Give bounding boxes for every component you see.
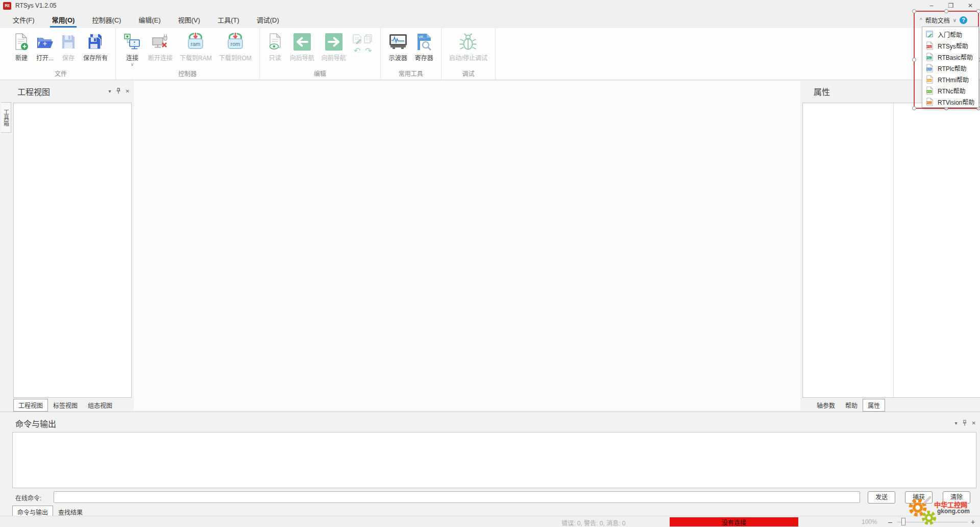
register-button[interactable]: VR... 寄存器 — [411, 31, 437, 62]
zoom-in-button[interactable]: + — [971, 518, 975, 526]
chevron-down-icon[interactable]: ∨ — [953, 17, 957, 23]
arrow-left-icon — [293, 31, 311, 53]
collapse-ribbon-icon[interactable]: ^ — [920, 17, 922, 23]
output-console-area[interactable] — [12, 432, 976, 488]
start-stop-debug-button[interactable]: 启动/停止调试 — [446, 31, 491, 62]
close-icon[interactable]: ✕ — [126, 89, 130, 94]
redo-icon[interactable]: ↷ — [365, 47, 372, 55]
menu-item-rtplc-help[interactable]: RTPlc RTPlc帮助 — [922, 62, 978, 74]
annotation-handle[interactable] — [912, 106, 916, 110]
tab-controller[interactable]: 控制器(C) — [83, 11, 130, 28]
annotation-handle[interactable] — [944, 9, 948, 13]
property-grid-area[interactable] — [802, 103, 980, 398]
menu-item-rtvision-help[interactable]: RTVision RTVision帮助 — [922, 96, 978, 107]
output-panel-header: 命令与输出 ▾ ✕ — [15, 417, 976, 429]
app-window: Rt RTSys V1.2.05 – ❐ ✕ 文件(F) 常用(O) 控制器(C… — [0, 0, 980, 527]
ribbon-group-file: 新建 打开... — [6, 28, 116, 80]
disconnect-button[interactable]: 断开连接 — [144, 31, 176, 62]
tab-config-view[interactable]: 组态视图 — [83, 399, 117, 412]
undo-icon[interactable]: ↶ — [354, 47, 360, 55]
copy-script-icon[interactable] — [363, 34, 373, 45]
download-ram-button[interactable]: ram 下载到RAM — [176, 31, 215, 62]
menu-item-rtnc-help[interactable]: RTNc RTNc帮助 — [922, 85, 978, 96]
online-command-row: 在线命令: 发送 捕获 清除 — [0, 491, 980, 504]
save-icon — [61, 31, 76, 53]
annotation-handle[interactable] — [976, 9, 980, 13]
tab-view[interactable]: 视图(V) — [169, 11, 209, 28]
send-button[interactable]: 发送 — [868, 491, 895, 504]
sidebar-tab-toolbox[interactable]: 工具箱 — [1, 102, 11, 133]
new-button[interactable]: 新建 — [10, 31, 33, 62]
tab-tools[interactable]: 工具(T) — [209, 11, 248, 28]
menu-item-rtbasic-help[interactable]: RTBasic RTBasic帮助 — [922, 51, 978, 62]
rthmi-doc-icon: RTHmi — [926, 75, 934, 84]
zoom-slider-thumb[interactable] — [901, 518, 905, 525]
help-docs-header: ^ 帮助文档 ∨ ? — [920, 14, 977, 26]
rtvision-doc-icon: RTVision — [926, 98, 934, 106]
workspace: 工具箱 工程视图 ▾ ✕ 工程视图 标签视图 组态视图 属性 轴参数 — [0, 80, 980, 412]
editor-canvas[interactable] — [134, 81, 800, 411]
svg-text:RTBasic: RTBasic — [926, 57, 932, 59]
tab-properties[interactable]: 属性 — [863, 399, 885, 412]
tab-file[interactable]: 文件(F) — [4, 11, 43, 28]
annotation-handle[interactable] — [912, 9, 916, 13]
tab-edit[interactable]: 编辑(E) — [130, 11, 169, 28]
readonly-icon — [267, 31, 283, 53]
restore-button[interactable]: ❐ — [941, 0, 961, 11]
close-icon[interactable]: ✕ — [972, 421, 976, 426]
window-controls: – ❐ ✕ — [922, 0, 980, 11]
project-panel-header: 工程视图 ▾ ✕ — [12, 82, 133, 101]
save-all-icon — [86, 31, 105, 53]
tab-label-view[interactable]: 标签视图 — [48, 399, 83, 412]
zoom-out-button[interactable]: – — [888, 518, 892, 526]
output-panel-title: 命令与输出 — [15, 417, 56, 429]
project-panel-tabs: 工程视图 标签视图 组态视图 — [13, 399, 117, 412]
menu-item-getting-started-help[interactable]: 入门帮助 — [922, 29, 978, 40]
download-rom-button[interactable]: rom 下载到ROM — [215, 31, 255, 62]
connect-dropdown-chevron[interactable]: ∨ — [131, 62, 134, 66]
status-bar: 错误: 0, 警告: 0, 消息: 0 没有连接 100% – + — [0, 516, 980, 527]
menu-item-rtsys-help[interactable]: RTSys RTSys帮助 — [922, 40, 978, 51]
app-logo-icon: Rt — [3, 2, 11, 10]
edit-script-icon[interactable] — [352, 34, 362, 45]
clear-button[interactable]: 清除 — [943, 491, 970, 504]
zoom-level: 100% — [862, 518, 877, 525]
tab-common[interactable]: 常用(O) — [43, 11, 84, 28]
panel-menu-dropdown-icon[interactable]: ▾ — [109, 89, 111, 94]
tab-debug[interactable]: 调试(D) — [248, 11, 288, 28]
property-panel-divider — [893, 103, 894, 397]
svg-text:RTVision: RTVision — [926, 102, 932, 104]
pin-icon[interactable] — [962, 420, 967, 427]
connection-status-badge: 没有连接 — [670, 517, 798, 526]
oscilloscope-button[interactable]: 示波器 — [385, 31, 411, 62]
navigate-forward-button[interactable]: 向前导航 — [318, 31, 350, 62]
menu-item-rthmi-help[interactable]: RTHmi RTHmi帮助 — [922, 74, 978, 85]
panel-menu-dropdown-icon[interactable]: ▾ — [955, 421, 958, 426]
save-button[interactable]: 保存 — [57, 31, 80, 62]
minimize-button[interactable]: – — [922, 0, 941, 11]
tab-help[interactable]: 帮助 — [840, 399, 863, 412]
output-panel: 命令与输出 ▾ ✕ 在线命令: 发送 捕获 清除 命令与输出 查找结果 — [0, 412, 980, 516]
pin-icon[interactable] — [116, 88, 121, 95]
help-question-icon[interactable]: ? — [960, 16, 967, 24]
online-command-label: 在线命令: — [15, 493, 41, 502]
connect-button[interactable]: 连接 ∨ — [120, 31, 144, 66]
capture-button[interactable]: 捕获 — [905, 491, 933, 504]
connect-icon — [124, 31, 141, 53]
project-tree-area[interactable] — [13, 103, 132, 398]
tab-project-view[interactable]: 工程视图 — [13, 399, 48, 412]
ribbon-group-edit: 只读 向后导航 向前导航 — [260, 28, 381, 80]
group-label-common-tools: 常用工具 — [381, 69, 441, 78]
open-button[interactable]: 打开... — [33, 31, 57, 62]
save-all-button[interactable]: 保存所有 — [80, 31, 111, 62]
online-command-input[interactable] — [54, 491, 860, 503]
navigate-back-button[interactable]: 向后导航 — [286, 31, 318, 62]
readonly-button[interactable]: 只读 — [264, 31, 286, 62]
zoom-slider-track[interactable] — [897, 522, 968, 522]
help-docs-label[interactable]: 帮助文档 — [925, 16, 950, 25]
tab-axis-params[interactable]: 轴参数 — [812, 399, 840, 412]
group-label-edit: 编辑 — [260, 69, 380, 78]
annotation-handle[interactable] — [912, 58, 916, 62]
property-panel-tabs: 轴参数 帮助 属性 — [812, 399, 885, 412]
new-document-icon — [14, 31, 29, 53]
